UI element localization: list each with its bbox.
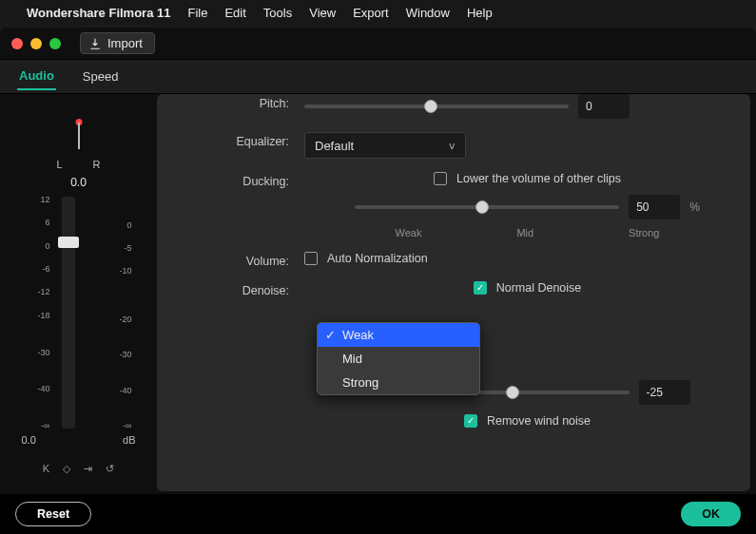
equalizer-label: Equalizer: <box>157 132 304 148</box>
footer: Reset OK <box>0 494 756 534</box>
menu-edit[interactable]: Edit <box>224 6 245 20</box>
balance-needle[interactable] <box>65 115 93 155</box>
auto-normalization-label: Auto Normalization <box>327 252 428 265</box>
vu-meter[interactable]: 12 6 0 -6 -12 -18 -30 -40 -∞ <box>22 195 136 430</box>
denoise-label: Denoise: <box>157 281 304 297</box>
audio-settings-panel: Pitch: 0 Equalizer: Default ⅴ <box>157 94 750 491</box>
normal-denoise-label: Normal Denoise <box>496 281 582 295</box>
menu-export[interactable]: Export <box>353 6 389 20</box>
ok-button[interactable]: OK <box>681 502 741 526</box>
app-name[interactable]: Wondershare Filmora 11 <box>27 6 170 20</box>
import-icon <box>88 37 102 50</box>
normal-denoise-checkbox[interactable] <box>474 281 487 295</box>
keyframe-add-icon[interactable]: ◇ <box>63 463 70 475</box>
import-label: Import <box>107 36 143 50</box>
ducking-slider[interactable] <box>355 205 619 209</box>
menu-window[interactable]: Window <box>406 6 450 20</box>
pitch-value[interactable]: 0 <box>578 94 630 119</box>
keyframe-next-icon[interactable]: ⇥ <box>84 463 92 475</box>
ducking-checkbox-label: Lower the volume of other clips <box>456 172 621 185</box>
audio-meter-panel: L R 0.0 12 6 0 -6 -12 -18 -30 -40 -∞ <box>0 94 157 497</box>
tab-speed[interactable]: Speed <box>81 64 121 89</box>
remove-wind-checkbox[interactable] <box>464 414 477 428</box>
balance-r-label: R <box>93 159 101 170</box>
keyframe-reset-icon[interactable]: ↺ <box>106 463 114 475</box>
pitch-label: Pitch: <box>157 94 304 110</box>
maximize-button[interactable] <box>49 38 61 49</box>
import-button[interactable]: Import <box>80 32 155 54</box>
ducking-checkbox[interactable] <box>434 172 447 185</box>
tabs: Audio Speed <box>0 60 756 94</box>
remove-wind-label: Remove wind noise <box>487 414 591 428</box>
menu-file[interactable]: File <box>187 6 207 20</box>
balance-value: 0.0 <box>70 176 87 189</box>
gain-unit: dB <box>123 434 135 446</box>
menu-view[interactable]: View <box>309 6 336 20</box>
app-window: Import Audio Speed L R 0.0 12 6 0 -6 - <box>0 28 756 497</box>
denoise-option-strong[interactable]: Strong <box>318 371 479 394</box>
reset-button[interactable]: Reset <box>15 502 91 526</box>
balance-l-label: L <box>56 159 62 170</box>
menu-tools[interactable]: Tools <box>263 6 292 20</box>
traffic-lights <box>11 38 61 49</box>
keyframe-prev-icon[interactable]: K <box>43 463 49 475</box>
denoise-option-weak[interactable]: Weak <box>318 323 479 347</box>
denoise-value[interactable]: -25 <box>639 380 690 405</box>
pitch-slider[interactable] <box>304 105 569 108</box>
equalizer-select[interactable]: Default ⅴ <box>304 132 466 159</box>
denoise-option-mid[interactable]: Mid <box>318 347 479 371</box>
ducking-unit: % <box>689 200 700 214</box>
close-button[interactable] <box>11 38 23 49</box>
ducking-label: Ducking: <box>157 172 304 188</box>
denoise-level-dropdown[interactable]: Weak Mid Strong <box>317 322 480 395</box>
tab-audio[interactable]: Audio <box>17 63 56 90</box>
gain-handle[interactable] <box>58 237 79 248</box>
auto-normalization-checkbox[interactable] <box>304 252 318 265</box>
ducking-value[interactable]: 50 <box>629 195 680 219</box>
title-bar: Import <box>0 28 756 60</box>
gain-value: 0.0 <box>22 434 36 446</box>
minimize-button[interactable] <box>30 38 42 49</box>
mac-menu-bar: Wondershare Filmora 11 File Edit Tools V… <box>0 0 756 25</box>
volume-label: Volume: <box>157 252 304 268</box>
chevron-down-icon: ⅴ <box>449 140 456 152</box>
menu-help[interactable]: Help <box>467 6 493 20</box>
